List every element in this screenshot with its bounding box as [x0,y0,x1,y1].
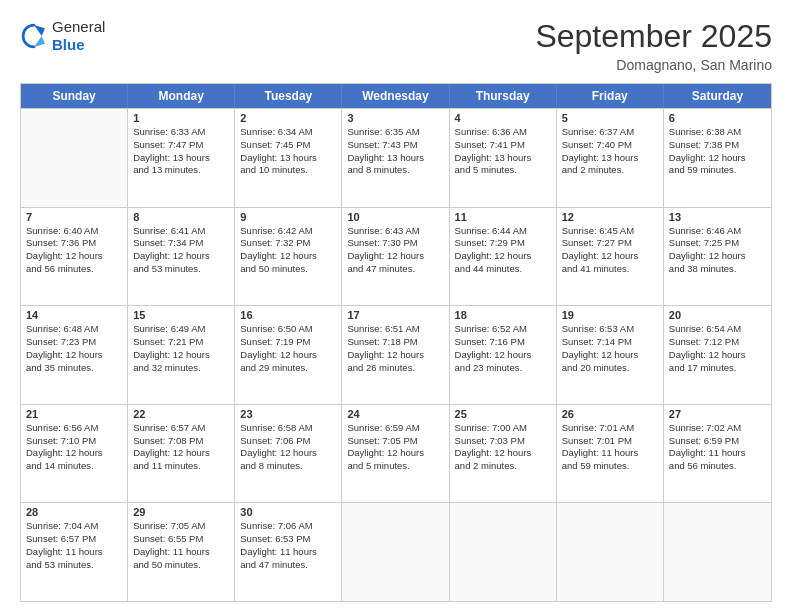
cal-cell-1-0: 7Sunrise: 6:40 AMSunset: 7:36 PMDaylight… [21,208,128,306]
cell-line-l2: Sunset: 7:05 PM [347,435,443,448]
cell-line-l1: Sunrise: 6:41 AM [133,225,229,238]
cell-line-l2: Sunset: 7:18 PM [347,336,443,349]
cell-line-l4: and 5 minutes. [455,164,551,177]
day-number: 3 [347,112,443,124]
cal-cell-4-2: 30Sunrise: 7:06 AMSunset: 6:53 PMDayligh… [235,503,342,601]
cal-cell-0-3: 3Sunrise: 6:35 AMSunset: 7:43 PMDaylight… [342,109,449,207]
cell-line-l2: Sunset: 6:57 PM [26,533,122,546]
cell-line-l1: Sunrise: 6:50 AM [240,323,336,336]
cell-line-l3: Daylight: 12 hours [562,349,658,362]
cell-line-l2: Sunset: 6:53 PM [240,533,336,546]
cell-line-l3: Daylight: 11 hours [669,447,766,460]
cal-cell-3-2: 23Sunrise: 6:58 AMSunset: 7:06 PMDayligh… [235,405,342,503]
cell-line-l2: Sunset: 7:25 PM [669,237,766,250]
day-number: 25 [455,408,551,420]
month-title: September 2025 [535,18,772,55]
cell-line-l3: Daylight: 13 hours [240,152,336,165]
cell-line-l4: and 11 minutes. [133,460,229,473]
cell-line-l1: Sunrise: 6:43 AM [347,225,443,238]
cal-cell-0-0 [21,109,128,207]
cell-line-l1: Sunrise: 6:44 AM [455,225,551,238]
calendar: Sunday Monday Tuesday Wednesday Thursday… [20,83,772,602]
day-number: 5 [562,112,658,124]
cal-cell-1-2: 9Sunrise: 6:42 AMSunset: 7:32 PMDaylight… [235,208,342,306]
cell-line-l1: Sunrise: 6:57 AM [133,422,229,435]
cell-line-l4: and 13 minutes. [133,164,229,177]
header-tuesday: Tuesday [235,84,342,108]
cell-line-l4: and 32 minutes. [133,362,229,375]
cell-line-l2: Sunset: 7:47 PM [133,139,229,152]
cal-cell-4-5 [557,503,664,601]
cell-line-l4: and 2 minutes. [562,164,658,177]
cell-line-l3: Daylight: 11 hours [133,546,229,559]
day-number: 21 [26,408,122,420]
cal-cell-0-4: 4Sunrise: 6:36 AMSunset: 7:41 PMDaylight… [450,109,557,207]
cell-line-l3: Daylight: 12 hours [455,349,551,362]
cal-cell-3-3: 24Sunrise: 6:59 AMSunset: 7:05 PMDayligh… [342,405,449,503]
cell-line-l3: Daylight: 12 hours [669,349,766,362]
cell-line-l2: Sunset: 7:29 PM [455,237,551,250]
day-number: 12 [562,211,658,223]
day-number: 8 [133,211,229,223]
cal-cell-4-1: 29Sunrise: 7:05 AMSunset: 6:55 PMDayligh… [128,503,235,601]
cell-line-l3: Daylight: 12 hours [133,447,229,460]
cell-line-l2: Sunset: 7:23 PM [26,336,122,349]
cell-line-l1: Sunrise: 6:40 AM [26,225,122,238]
cell-line-l2: Sunset: 6:59 PM [669,435,766,448]
header-sunday: Sunday [21,84,128,108]
cell-line-l3: Daylight: 12 hours [669,250,766,263]
cell-line-l2: Sunset: 7:30 PM [347,237,443,250]
cell-line-l3: Daylight: 13 hours [347,152,443,165]
cell-line-l1: Sunrise: 6:46 AM [669,225,766,238]
day-number: 14 [26,309,122,321]
cal-cell-4-6 [664,503,771,601]
day-number: 17 [347,309,443,321]
cal-cell-1-5: 12Sunrise: 6:45 AMSunset: 7:27 PMDayligh… [557,208,664,306]
cell-line-l1: Sunrise: 6:33 AM [133,126,229,139]
cell-line-l1: Sunrise: 7:04 AM [26,520,122,533]
cell-line-l3: Daylight: 12 hours [26,447,122,460]
page: General Blue September 2025 Domagnano, S… [0,0,792,612]
cell-line-l3: Daylight: 12 hours [240,447,336,460]
cell-line-l4: and 44 minutes. [455,263,551,276]
cal-cell-3-4: 25Sunrise: 7:00 AMSunset: 7:03 PMDayligh… [450,405,557,503]
cell-line-l1: Sunrise: 6:51 AM [347,323,443,336]
cell-line-l4: and 50 minutes. [240,263,336,276]
day-number: 7 [26,211,122,223]
header: General Blue September 2025 Domagnano, S… [20,18,772,73]
cell-line-l4: and 47 minutes. [347,263,443,276]
cell-line-l4: and 8 minutes. [240,460,336,473]
cell-line-l2: Sunset: 7:45 PM [240,139,336,152]
cell-line-l4: and 38 minutes. [669,263,766,276]
cal-row-0: 1Sunrise: 6:33 AMSunset: 7:47 PMDaylight… [21,108,771,207]
day-number: 24 [347,408,443,420]
cal-cell-2-6: 20Sunrise: 6:54 AMSunset: 7:12 PMDayligh… [664,306,771,404]
cell-line-l3: Daylight: 12 hours [133,250,229,263]
cal-cell-2-5: 19Sunrise: 6:53 AMSunset: 7:14 PMDayligh… [557,306,664,404]
day-number: 1 [133,112,229,124]
cell-line-l4: and 26 minutes. [347,362,443,375]
cell-line-l4: and 50 minutes. [133,559,229,572]
cell-line-l1: Sunrise: 7:00 AM [455,422,551,435]
cal-row-3: 21Sunrise: 6:56 AMSunset: 7:10 PMDayligh… [21,404,771,503]
day-number: 29 [133,506,229,518]
cal-row-4: 28Sunrise: 7:04 AMSunset: 6:57 PMDayligh… [21,502,771,601]
title-area: September 2025 Domagnano, San Marino [535,18,772,73]
cal-cell-1-6: 13Sunrise: 6:46 AMSunset: 7:25 PMDayligh… [664,208,771,306]
cell-line-l4: and 59 minutes. [669,164,766,177]
day-number: 10 [347,211,443,223]
cell-line-l1: Sunrise: 6:52 AM [455,323,551,336]
cell-line-l1: Sunrise: 6:36 AM [455,126,551,139]
cell-line-l4: and 59 minutes. [562,460,658,473]
cell-line-l3: Daylight: 12 hours [26,349,122,362]
logo-general: General [52,18,105,35]
cell-line-l1: Sunrise: 7:02 AM [669,422,766,435]
day-number: 22 [133,408,229,420]
cell-line-l3: Daylight: 12 hours [347,447,443,460]
cell-line-l3: Daylight: 12 hours [347,349,443,362]
calendar-header: Sunday Monday Tuesday Wednesday Thursday… [21,84,771,108]
cell-line-l1: Sunrise: 6:34 AM [240,126,336,139]
cell-line-l2: Sunset: 7:27 PM [562,237,658,250]
cell-line-l4: and 41 minutes. [562,263,658,276]
day-number: 19 [562,309,658,321]
